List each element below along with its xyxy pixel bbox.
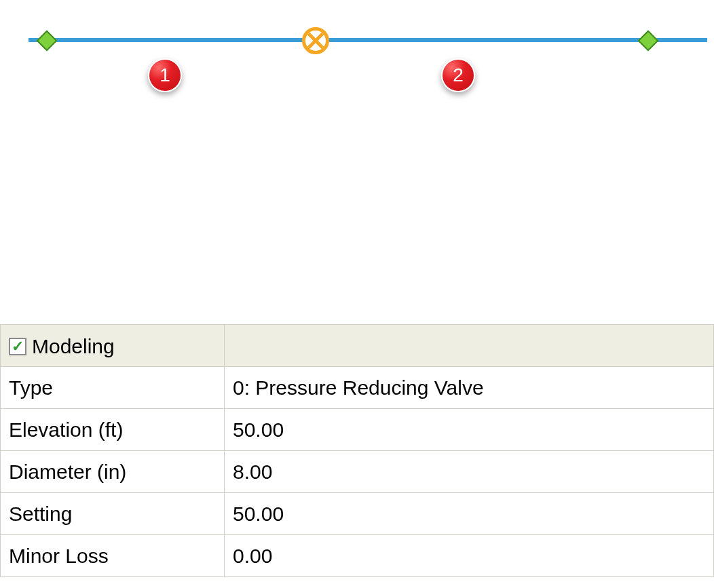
property-label: Setting <box>1 493 225 535</box>
check-icon: ✓ <box>12 339 24 354</box>
table-row: Elevation (ft) 50.00 <box>1 409 714 451</box>
callout-badge-2: 2 <box>441 58 475 92</box>
table-row: Minor Loss 0.00 <box>1 535 714 577</box>
section-checkbox[interactable]: ✓ <box>9 338 26 355</box>
section-header-cell[interactable]: ✓ Modeling <box>1 325 225 367</box>
junction-node-left[interactable] <box>38 32 54 48</box>
property-label: Elevation (ft) <box>1 409 225 451</box>
pipe-segment[interactable] <box>29 38 707 42</box>
property-label: Diameter (in) <box>1 451 225 493</box>
property-value[interactable]: 0.00 <box>225 535 714 577</box>
section-title: Modeling <box>32 335 115 358</box>
property-value[interactable]: 50.00 <box>225 409 714 451</box>
property-label: Minor Loss <box>1 535 225 577</box>
valve-icon[interactable] <box>302 27 329 54</box>
property-value[interactable]: 50.00 <box>225 493 714 535</box>
property-label: Type <box>1 367 225 409</box>
table-row: Diameter (in) 8.00 <box>1 451 714 493</box>
table-row: Type 0: Pressure Reducing Valve <box>1 367 714 409</box>
property-value[interactable]: 8.00 <box>225 451 714 493</box>
pipe-diagram: 1 2 <box>0 0 714 122</box>
table-header-row: ✓ Modeling <box>1 325 714 367</box>
property-value[interactable]: 0: Pressure Reducing Valve <box>225 367 714 409</box>
table-row: Setting 50.00 <box>1 493 714 535</box>
properties-table: ✓ Modeling Type 0: Pressure Reducing Val… <box>0 324 714 577</box>
callout-badge-1: 1 <box>148 58 182 92</box>
section-header-empty <box>225 325 714 367</box>
junction-node-right[interactable] <box>639 32 656 48</box>
